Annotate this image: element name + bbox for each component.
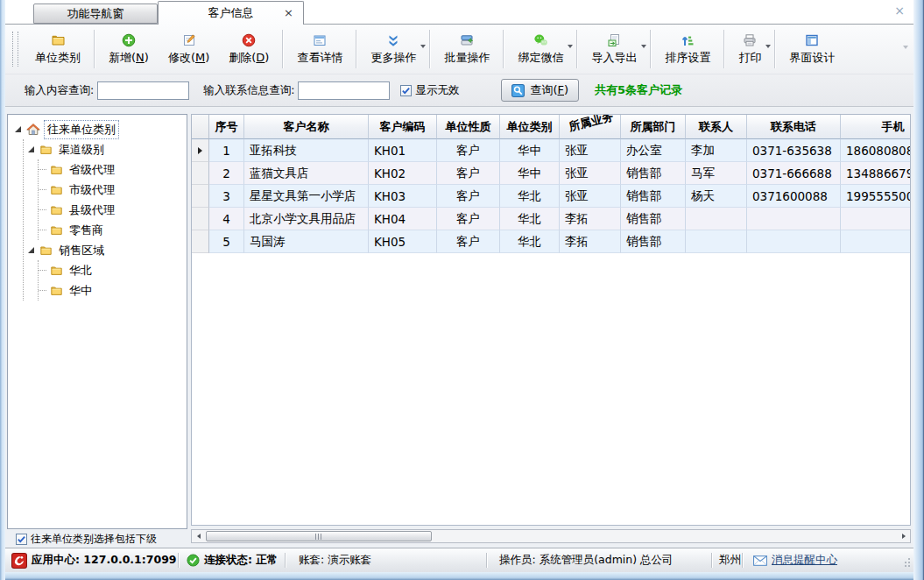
tree-item-label: 省级代理 <box>67 161 117 179</box>
row-indicator <box>192 185 209 208</box>
toolbar-button-view-details[interactable]: 查看详情 <box>287 30 352 68</box>
column-header-label: 所属业务 <box>567 114 615 135</box>
scrollbar-thumb[interactable] <box>206 531 432 541</box>
include-sublevel-checkbox[interactable] <box>16 534 27 545</box>
tree-item-leaf-1-0[interactable]: 华北 <box>39 260 187 280</box>
tab-customer-info[interactable]: 客户信息 × <box>158 1 304 25</box>
close-icon[interactable]: × <box>894 4 905 18</box>
status-bar: 应用中心: 127.0.0.1:7099 连接状态: 正常 账套: 演示账套 操… <box>5 548 913 572</box>
record-count: 共有5条客户记录 <box>595 82 682 98</box>
dropdown-arrow-icon[interactable] <box>420 45 426 48</box>
column-header-5[interactable]: 所属业务 <box>560 115 621 139</box>
cell: 李拓 <box>560 208 621 230</box>
column-header-0[interactable]: 序号 <box>209 115 244 139</box>
toolbar-button-category-folder[interactable]: 单位类别 <box>25 30 90 68</box>
toolbar-button-import-export[interactable]: 导入导出 <box>582 30 646 68</box>
tree-item-label: 市级代理 <box>67 181 117 199</box>
tree-item-label: 渠道级别 <box>56 141 107 159</box>
toolbar-button-delete[interactable]: 删除(D) <box>219 30 279 68</box>
toolbar-button-label: 排序设置 <box>665 50 710 66</box>
toolbar-button-print[interactable]: 打印 <box>729 30 771 68</box>
tree-item-label: 销售区域 <box>56 242 107 259</box>
cell <box>841 208 911 230</box>
tree-item-root[interactable]: 往来单位类别 <box>8 119 187 139</box>
tree-connector <box>39 270 46 271</box>
toolbar-separator <box>650 30 652 68</box>
toolbar-button-label: 批量操作 <box>444 50 490 66</box>
scroll-right-icon[interactable] <box>897 530 910 542</box>
tree-item-group-1[interactable]: 销售区域 <box>24 240 187 260</box>
batch-actions-icon <box>460 33 474 47</box>
toolbar-button-more-actions[interactable]: 更多操作 <box>361 30 426 68</box>
column-header-7[interactable]: 联系人 <box>686 115 747 139</box>
cell: 0371600088 <box>747 185 841 208</box>
toolbar-button-edit[interactable]: 修改(M) <box>159 30 219 68</box>
column-header-4[interactable]: 单位类别 <box>500 115 560 139</box>
tab-strip: 功能导航窗 客户信息 × × <box>5 0 913 25</box>
tree-item-group-0[interactable]: 渠道级别 <box>24 139 187 159</box>
contact-query-input[interactable] <box>298 81 390 100</box>
toolbar-button-sort-settings[interactable]: 排序设置 <box>655 30 720 68</box>
scroll-left-icon[interactable] <box>192 530 205 542</box>
toolbar-button-wechat[interactable]: 绑定微信 <box>508 30 573 68</box>
toolbar-separator <box>282 30 284 68</box>
tree-item-leaf-0-2[interactable]: 县级代理 <box>39 200 187 220</box>
column-header-2[interactable]: 客户编码 <box>369 115 437 139</box>
tree-expander-icon[interactable] <box>28 247 34 253</box>
tree-expander-icon[interactable] <box>28 146 34 152</box>
table-row[interactable]: 4北京小学文具用品店KH04客户华北李拓销售部 <box>192 208 910 230</box>
folder-icon <box>50 204 63 216</box>
column-header-9[interactable]: 手机 <box>841 115 911 139</box>
folder-icon <box>50 224 63 237</box>
tab-function-nav[interactable]: 功能导航窗 <box>33 4 158 24</box>
table-row[interactable]: 2蓝猫文具店KH02客户华中张亚销售部马军0371-66668813488667… <box>192 162 910 185</box>
toolbar-button-ui-design[interactable]: 界面设计 <box>779 30 844 68</box>
operator-text: 操作员: 系统管理员(admin) 总公司 <box>499 553 674 568</box>
toolbar-button-label: 导入导出 <box>591 50 637 66</box>
resize-grip[interactable] <box>908 558 910 560</box>
toolbar-grip[interactable] <box>12 32 18 67</box>
dropdown-arrow-icon[interactable] <box>765 45 771 48</box>
tree-item-label: 县级代理 <box>67 202 117 219</box>
tree-item-leaf-1-1[interactable]: 华中 <box>39 280 187 301</box>
toolbar-overflow-icon[interactable] <box>903 46 908 49</box>
query-button[interactable]: 查询(F) <box>501 79 579 102</box>
column-header-label: 联系电话 <box>771 119 816 135</box>
folder-icon <box>50 265 63 277</box>
toolbar-button-label: 打印 <box>738 50 761 66</box>
message-center-link[interactable]: 消息提醒中心 <box>772 553 837 568</box>
tree-item-leaf-0-1[interactable]: 市级代理 <box>39 180 187 200</box>
column-header-label: 联系人 <box>699 119 733 135</box>
dropdown-arrow-icon[interactable] <box>641 45 646 48</box>
show-invalid-checkbox[interactable] <box>400 85 412 96</box>
connection-status: 连接状态: 正常 <box>204 553 278 568</box>
table-row[interactable]: 3星星文具第一小学店KH03客户华北张亚销售部杨天037160008819955… <box>192 185 910 208</box>
cell: 李拓 <box>560 230 621 253</box>
tree-connector <box>39 209 46 210</box>
tree-item-leaf-0-0[interactable]: 省级代理 <box>39 159 187 180</box>
content-query-input[interactable] <box>97 81 189 100</box>
cell: 销售部 <box>621 162 686 185</box>
column-header-1[interactable]: 客户名称 <box>244 115 369 139</box>
ui-design-icon <box>805 33 819 47</box>
window-border-bottom <box>0 572 924 580</box>
tab-close-icon[interactable]: × <box>284 6 293 19</box>
folder-icon <box>39 244 53 257</box>
column-header-8[interactable]: 联系电话 <box>747 115 841 139</box>
horizontal-scrollbar[interactable] <box>191 529 911 543</box>
include-sublevel-label: 往来单位类别选择包括下级 <box>31 532 157 547</box>
column-header-6[interactable]: 所属部门 <box>621 115 686 139</box>
city-text: 郑州 <box>719 553 741 568</box>
dropdown-arrow-icon[interactable] <box>568 45 573 48</box>
tree-item-leaf-0-3[interactable]: 零售商 <box>39 220 187 240</box>
add-icon <box>122 33 136 47</box>
toolbar-separator <box>94 30 95 68</box>
cell: 星星文具第一小学店 <box>244 185 369 208</box>
edit-icon <box>182 33 196 47</box>
column-header-3[interactable]: 单位性质 <box>437 115 500 139</box>
tree-expander-icon[interactable] <box>15 126 21 132</box>
toolbar-button-add[interactable]: 新增(N) <box>99 30 159 68</box>
table-row[interactable]: 5马国涛KH05客户华北李拓销售部 <box>192 230 910 253</box>
table-row[interactable]: 1亚拓科技KH01客户华中张亚办公室李加0371-635638186080808… <box>192 139 910 162</box>
toolbar-button-batch-actions[interactable]: 批量操作 <box>434 30 499 68</box>
